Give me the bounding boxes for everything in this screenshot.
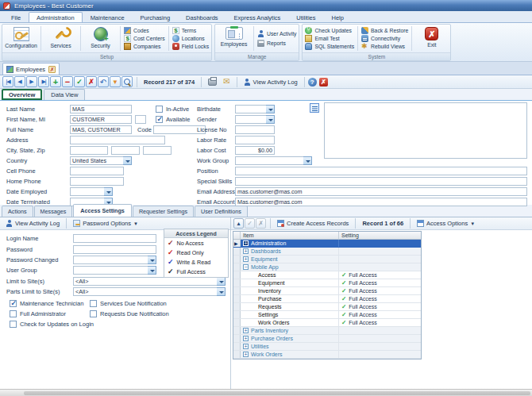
filter-button[interactable] [110,76,121,87]
employees-button[interactable]: Employees [215,25,253,52]
ribbon-tab-purchasing[interactable]: Purchasing [133,12,179,22]
access-table-row[interactable]: +Equipment [233,256,421,263]
available-checkbox[interactable] [156,116,163,123]
help-icon[interactable]: ? [308,78,317,87]
expand-icon[interactable]: + [243,344,249,349]
tab-data-view[interactable]: Data View [44,89,85,100]
print-button[interactable] [205,76,220,88]
parts-limit-to-sites-dropdown[interactable]: <All> [73,287,226,296]
access-table-row[interactable]: Requests✓Full Access [233,303,421,311]
view-activity-log-button[interactable]: View Activity Log [241,76,301,88]
email-address-input[interactable]: mas.customer@mas.com [235,187,527,196]
column-header-setting[interactable]: Setting [339,232,421,239]
ribbon-item-user-activity[interactable]: User Activity [257,29,296,39]
city-input[interactable] [70,146,108,155]
ribbon-item-terms[interactable]: Terms [172,26,209,34]
tab-access-settings[interactable]: Access Settings [73,204,132,217]
ribbon-tab-express-analytics[interactable]: Express Analytics [226,12,289,22]
license-no-input[interactable] [235,125,275,134]
add-record-button[interactable] [50,76,61,87]
password-changed-dropdown[interactable] [73,256,156,264]
exit-button[interactable]: ✗ Exit [413,25,450,52]
maintenance-technician-checkbox[interactable] [10,300,17,307]
ribbon-tab-dashboards[interactable]: Dashboards [178,12,226,22]
access-table-row[interactable]: Work Orders✓Full Access [233,319,421,327]
ribbon-item-companies[interactable]: Companies [124,43,165,51]
ribbon-item-reports[interactable]: Reports [257,39,296,48]
ribbon-tab-utilities[interactable]: Utilities [288,12,323,22]
ribbon-item-sql-statements[interactable]: SQL Statements [305,43,354,51]
expand-icon[interactable]: + [243,352,249,357]
chevron-down-icon[interactable] [217,287,226,296]
chevron-down-icon[interactable] [217,277,226,286]
zip-input[interactable] [143,146,172,155]
ribbon-item-codes[interactable]: Codes [124,26,165,34]
ribbon-tab-help[interactable]: Help [324,12,352,22]
middle-initial-input[interactable] [135,115,146,124]
services-due-notification-checkbox[interactable] [90,300,97,307]
last-name-input[interactable]: MAS [70,105,132,113]
limit-to-sites-dropdown[interactable]: <All> [73,277,226,286]
view-activity-log-button-2[interactable]: View Activity Log [2,217,63,229]
next-record-button[interactable] [26,76,37,87]
address-input[interactable] [70,136,165,144]
requests-due-notification-checkbox[interactable] [90,310,97,317]
previous-record-button[interactable] [14,76,25,87]
password-input[interactable] [73,245,156,254]
ribbon-item-rebuild-views[interactable]: Rebuild Views [361,43,408,51]
ribbon-item-email-test[interactable]: Email Test [305,34,354,42]
login-name-input[interactable] [73,234,156,243]
chevron-down-icon[interactable] [266,115,275,124]
configuration-button[interactable]: Configuration [2,25,40,52]
access-table-row[interactable]: +Utilities [233,343,421,351]
ribbon-tab-file[interactable]: File [3,12,29,22]
home-phone-input[interactable] [70,177,124,186]
ribbon-item-check-updates[interactable]: Check Updates [305,26,354,34]
chevron-down-icon[interactable] [104,187,113,196]
gender-dropdown[interactable] [235,115,275,124]
chevron-down-icon[interactable] [123,156,132,165]
document-tab-employees[interactable]: Employees ✗ [2,63,60,75]
first-name-input[interactable]: CUSTOMER [70,115,132,124]
services-button[interactable]: Services [42,25,79,52]
search-button[interactable] [121,76,133,87]
collapse-icon[interactable]: − [243,264,249,270]
ribbon-tab-administration[interactable]: Administration [29,12,83,22]
labor-cost-input[interactable]: $0.00 [235,146,275,155]
password-options-button[interactable]: Password Options ▼ [70,217,141,229]
expand-icon[interactable]: + [243,336,249,341]
access-table-row[interactable]: +Work Orders [233,351,421,359]
column-header-item[interactable]: Item [241,232,339,239]
access-table-row[interactable]: Equipment✓Full Access [233,279,421,287]
ribbon-tab-maintenance[interactable]: Maintenance [83,12,133,22]
access-table-row[interactable]: +Administration [233,240,421,248]
email-button[interactable]: ✉ [220,76,233,88]
move-up-button[interactable] [233,218,244,229]
cell-phone-input[interactable] [70,167,124,175]
create-access-records-button[interactable]: Create Access Records [274,217,352,229]
access-table-row[interactable]: −Mobile App [233,263,421,271]
document-tab-close-icon[interactable]: ✗ [48,66,56,73]
notes-textarea[interactable] [324,102,527,159]
security-button[interactable]: Security [82,25,119,52]
user-group-dropdown[interactable] [73,266,156,275]
delete-record-button[interactable] [62,76,73,87]
ribbon-item-locations[interactable]: Locations [172,34,209,42]
expand-icon[interactable]: + [243,248,249,254]
access-table-row[interactable]: Inventory✓Full Access [233,287,421,295]
first-record-button[interactable] [2,76,13,87]
email-account-input[interactable]: Mas.customer@mas.com [235,198,527,206]
chevron-down-icon[interactable] [303,156,312,165]
full-administrator-checkbox[interactable] [10,310,17,317]
tab-overview[interactable]: Overview [2,89,42,100]
in-active-checkbox[interactable] [156,106,163,113]
chevron-down-icon[interactable] [148,256,156,264]
access-table-row[interactable]: Purchase✓Full Access [233,295,421,303]
expand-icon[interactable]: + [243,256,249,262]
undo-button[interactable] [98,76,109,87]
confirm-button[interactable] [245,218,255,229]
country-dropdown[interactable]: United States [70,156,132,165]
labor-rate-input[interactable] [235,136,275,144]
birthdate-dropdown[interactable] [235,105,275,113]
full-name-input[interactable]: MAS, CUSTOMER [70,125,132,134]
